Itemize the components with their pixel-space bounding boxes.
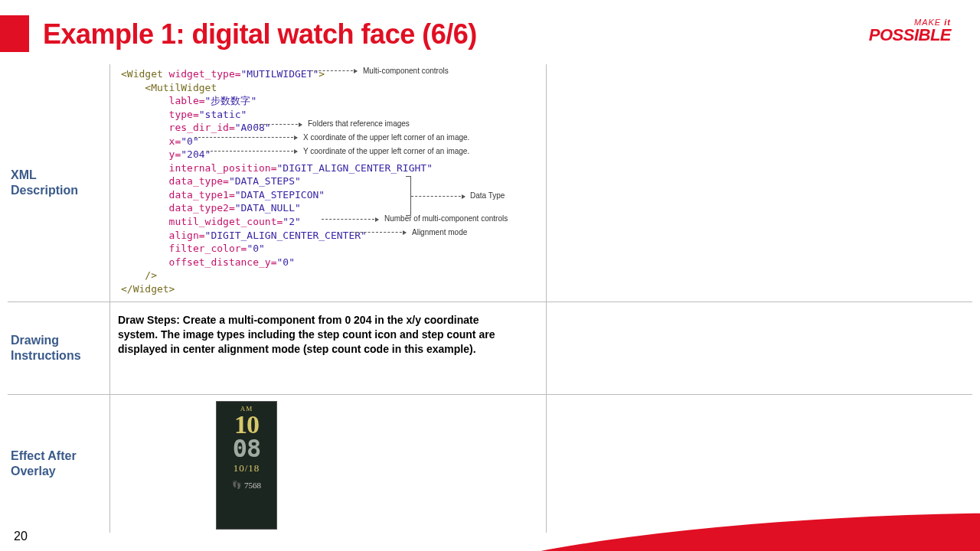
row-drawing-instructions: Drawing Instructions Draw Steps: Create …	[8, 302, 972, 394]
watch-minute: 08	[217, 437, 276, 460]
annot-y-coord: Y coordinate of the upper left corner of…	[303, 147, 469, 155]
arrow-icon	[207, 151, 297, 152]
label-effect: Effect After Overlay	[11, 448, 103, 479]
xml-code: <Widget widget_type="MUTILWIDGET"> <Muti…	[115, 67, 541, 295]
logo-main-text: POSSIBLE	[869, 27, 951, 44]
watch-date: 10/18	[217, 462, 276, 474]
annot-x-coord: X coordinate of the upper left corner of…	[303, 133, 469, 142]
arrow-icon	[256, 124, 302, 125]
arrow-icon	[322, 219, 378, 220]
content-table: XML Description <Widget widget_type="MUT…	[8, 64, 972, 533]
row-xml-description: XML Description <Widget widget_type="MUT…	[8, 64, 972, 302]
arrow-icon	[352, 232, 406, 233]
annot-data-type: Data Type	[470, 191, 505, 200]
arrow-icon	[411, 196, 465, 197]
arrow-icon	[194, 137, 297, 138]
page-number: 20	[14, 530, 28, 543]
label-draw: Drawing Instructions	[11, 333, 103, 364]
watch-face-preview: AM 10 08 10/18 7568	[216, 401, 277, 530]
bracket-icon	[406, 176, 411, 216]
watch-steps: 7568	[244, 481, 261, 490]
row-effect-after-overlay: Effect After Overlay AM 10 08 10/18 7568	[8, 395, 972, 533]
accent-block	[0, 15, 29, 52]
xml-content: <Widget widget_type="MUTILWIDGET"> <Muti…	[110, 64, 547, 302]
drawing-instructions-text: Draw Steps: Create a multi-component fro…	[115, 305, 521, 364]
arrow-icon	[311, 70, 357, 71]
annot-multi-component: Multi-component controls	[363, 67, 449, 75]
annot-folders: Folders that reference images	[308, 119, 410, 128]
annot-count: Number of multi-component controls	[384, 214, 508, 223]
label-xml: XML Description	[11, 168, 103, 198]
brand-logo: MAKE it POSSIBLE	[869, 18, 951, 44]
annot-align: Alignment mode	[412, 228, 467, 236]
page-title: Example 1: digital watch face (6/6)	[43, 18, 477, 51]
